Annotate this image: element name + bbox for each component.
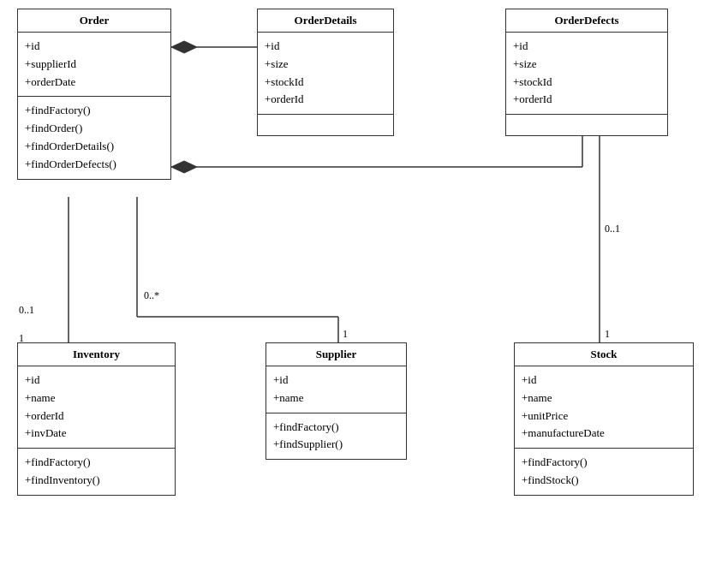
method-item: +findOrder() (25, 120, 164, 138)
class-inventory-methods: +findFactory() +findInventory() (18, 449, 175, 495)
class-order-methods: +findFactory() +findOrder() +findOrderDe… (18, 97, 170, 178)
svg-marker-2 (171, 161, 197, 173)
mult-order-supplier-top: 0..* (144, 289, 159, 302)
method-item: +findStock() (522, 472, 686, 490)
attr-item: +invDate (25, 425, 168, 443)
attr-item: +id (522, 372, 686, 390)
attr-item: +orderDate (25, 74, 164, 92)
mult-orderdefects-stock-right: 0..1 (605, 223, 620, 235)
mult-supplier-top: 1 (343, 328, 348, 341)
attr-item: +unitPrice (522, 408, 686, 425)
attr-item: +orderId (513, 91, 660, 109)
method-item: +findOrderDetails() (25, 138, 164, 156)
class-stock-attrs: +id +name +unitPrice +manufactureDate (515, 366, 693, 449)
attr-item: +size (513, 56, 660, 74)
class-supplier-name: Supplier (266, 343, 406, 366)
attr-item: +size (265, 56, 386, 74)
attr-item: +name (522, 390, 686, 408)
class-orderdefects-attrs: +id +size +stockId +orderId (506, 33, 667, 115)
class-stock: Stock +id +name +unitPrice +manufactureD… (514, 342, 694, 496)
mult-stock-top: 1 (605, 328, 610, 341)
class-orderdetails-attrs: +id +size +stockId +orderId (258, 33, 393, 115)
class-stock-methods: +findFactory() +findStock() (515, 449, 693, 495)
mult-order-inventory-left: 0..1 (19, 304, 34, 317)
attr-item: +name (273, 390, 399, 408)
svg-marker-0 (171, 41, 197, 53)
attr-item: +stockId (265, 74, 386, 92)
attr-item: +id (513, 38, 660, 56)
attr-item: +orderId (265, 91, 386, 109)
class-stock-name: Stock (515, 343, 693, 366)
attr-item: +supplierId (25, 56, 164, 74)
attr-item: +name (25, 390, 168, 408)
class-orderdefects: OrderDefects +id +size +stockId +orderId (505, 9, 668, 136)
method-item: +findSupplier() (273, 436, 399, 454)
method-item: +findOrderDefects() (25, 156, 164, 174)
method-item: +findFactory() (273, 419, 399, 437)
method-item: +findFactory() (25, 102, 164, 120)
class-orderdetails-name: OrderDetails (258, 9, 393, 33)
class-order-attrs: +id +supplierId +orderDate (18, 33, 170, 97)
class-supplier: Supplier +id +name +findFactory() +findS… (266, 342, 407, 460)
attr-item: +id (273, 372, 399, 390)
attr-item: +id (25, 38, 164, 56)
class-supplier-attrs: +id +name (266, 366, 406, 413)
method-item: +findFactory() (522, 454, 686, 472)
class-orderdetails-methods (258, 115, 393, 135)
class-inventory-attrs: +id +name +orderId +invDate (18, 366, 175, 449)
attr-item: +manufactureDate (522, 425, 686, 443)
attr-item: +id (265, 38, 386, 56)
class-inventory: Inventory +id +name +orderId +invDate +f… (17, 342, 176, 496)
class-order: Order +id +supplierId +orderDate +findFa… (17, 9, 171, 180)
class-orderdetails: OrderDetails +id +size +stockId +orderId (257, 9, 394, 136)
class-orderdefects-methods (506, 115, 667, 135)
method-item: +findFactory() (25, 454, 168, 472)
attr-item: +orderId (25, 408, 168, 425)
attr-item: +stockId (513, 74, 660, 92)
class-inventory-name: Inventory (18, 343, 175, 366)
uml-diagram: 0..1 1 0..* 1 0..1 1 Order +id +supplier… (0, 0, 728, 583)
class-order-name: Order (18, 9, 170, 33)
method-item: +findInventory() (25, 472, 168, 490)
attr-item: +id (25, 372, 168, 390)
class-supplier-methods: +findFactory() +findSupplier() (266, 413, 406, 460)
class-orderdefects-name: OrderDefects (506, 9, 667, 33)
